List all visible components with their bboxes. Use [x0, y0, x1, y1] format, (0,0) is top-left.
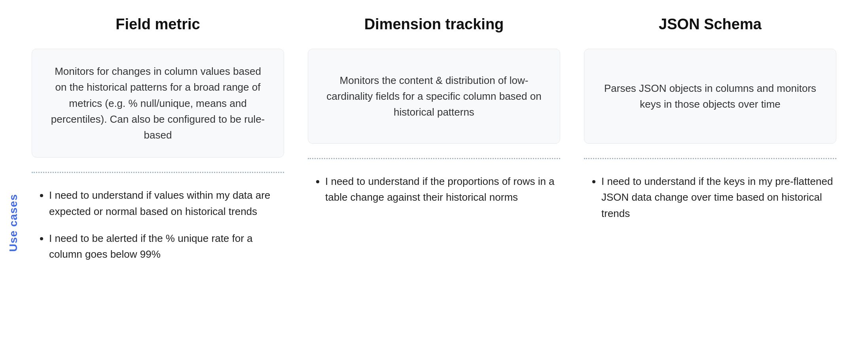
use-cases-list-dimension-tracking: I need to understand if the proportions … [308, 173, 560, 205]
use-cases-label: Use cases [7, 194, 20, 252]
use-cases-list-field-metric: I need to understand if values within my… [32, 187, 284, 262]
page-container: Use cases Field metric Monitors for chan… [0, 0, 868, 346]
description-text-json-schema: Parses JSON objects in columns and monit… [600, 80, 820, 112]
divider-json-schema [584, 158, 836, 159]
use-cases-list-json-schema: I need to understand if the keys in my p… [584, 173, 836, 221]
description-text-field-metric: Monitors for changes in column values ba… [48, 63, 268, 143]
list-item: I need to be alerted if the % unique rat… [49, 230, 284, 262]
description-text-dimension-tracking: Monitors the content & distribution of l… [324, 72, 544, 120]
description-card-json-schema: Parses JSON objects in columns and monit… [584, 49, 836, 144]
description-card-field-metric: Monitors for changes in column values ba… [32, 49, 284, 158]
column-dimension-tracking: Dimension tracking Monitors the content … [308, 16, 560, 330]
divider-dimension-tracking [308, 158, 560, 159]
list-item: I need to understand if values within my… [49, 187, 284, 219]
divider-field-metric [32, 172, 284, 173]
main-content: Field metric Monitors for changes in col… [0, 0, 868, 346]
list-item: I need to understand if the keys in my p… [601, 173, 836, 221]
column-json-schema: JSON Schema Parses JSON objects in colum… [584, 16, 836, 330]
column-header-json-schema: JSON Schema [584, 16, 836, 37]
description-card-dimension-tracking: Monitors the content & distribution of l… [308, 49, 560, 144]
column-header-field-metric: Field metric [32, 16, 284, 37]
column-field-metric: Field metric Monitors for changes in col… [32, 16, 284, 330]
list-item: I need to understand if the proportions … [325, 173, 560, 205]
column-header-dimension-tracking: Dimension tracking [308, 16, 560, 37]
use-cases-label-container: Use cases [7, 194, 20, 252]
